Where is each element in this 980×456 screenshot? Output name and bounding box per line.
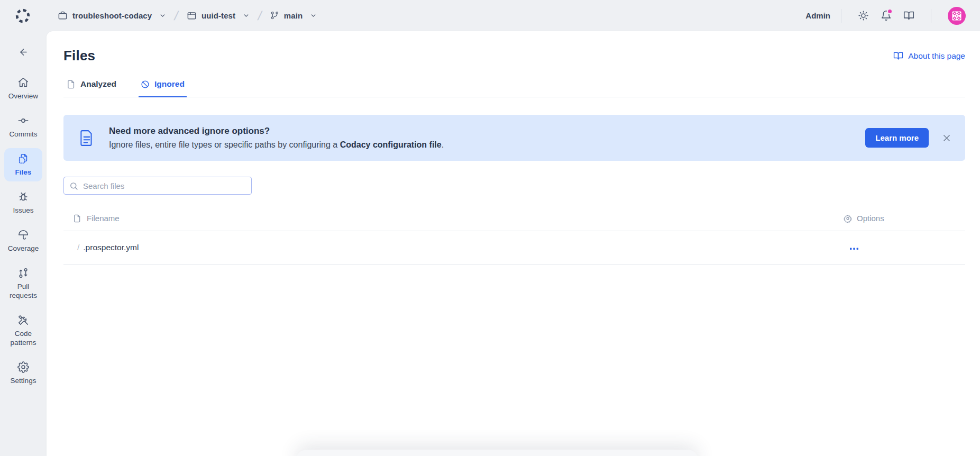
gear-icon — [844, 214, 852, 223]
breadcrumb-organization[interactable]: troubleshoot-codacy — [58, 11, 166, 21]
column-header-options: Options — [857, 214, 884, 223]
chevron-down-icon — [310, 12, 317, 19]
banner-title: Need more advanced ignore options? — [109, 126, 865, 136]
sidebar: Overview Commits Files Issues — [0, 31, 47, 456]
close-banner-button[interactable] — [941, 132, 952, 144]
table-header: Filename Options — [63, 214, 965, 231]
banner-body: Ignore files, entire file types or speci… — [109, 140, 865, 150]
divider — [841, 9, 841, 23]
tab-label: Analyzed — [80, 79, 116, 89]
learn-more-button[interactable]: Learn more — [865, 128, 929, 148]
home-icon — [17, 77, 29, 88]
sidebar-item-label: Coverage — [8, 244, 39, 253]
gear-icon — [17, 361, 29, 373]
sidebar-item-issues[interactable]: Issues — [4, 186, 42, 220]
sidebar-item-files[interactable]: Files — [4, 148, 42, 181]
tab-analyzed[interactable]: Analyzed — [65, 79, 118, 97]
document-icon — [80, 130, 94, 147]
umbrella-icon — [17, 229, 29, 241]
about-link-label: About this page — [908, 51, 965, 61]
banner-body-bold: Codacy configuration file — [340, 140, 442, 149]
sidebar-item-label: Code patterns — [5, 329, 41, 347]
breadcrumb-repository[interactable]: uuid-test — [187, 11, 250, 21]
ellipsis-icon — [850, 248, 858, 250]
sidebar-item-settings[interactable]: Settings — [4, 357, 42, 390]
topbar-actions: Admin — [805, 6, 966, 25]
ignore-options-banner: Need more advanced ignore options? Ignor… — [63, 115, 965, 161]
sidebar-item-label: Overview — [8, 92, 38, 101]
divider — [931, 9, 931, 23]
page-title: Files — [63, 48, 95, 64]
theme-toggle-button[interactable] — [858, 10, 869, 21]
tab-ignored[interactable]: Ignored — [139, 79, 187, 97]
table-row: / .prospector.yml — [63, 231, 965, 265]
repository-icon — [187, 11, 197, 21]
notifications-button[interactable] — [881, 10, 892, 21]
file-icon — [73, 214, 81, 223]
sidebar-item-label: Files — [15, 168, 32, 177]
notification-badge — [887, 8, 893, 14]
topbar: troubleshoot-codacy / uuid-test / — [0, 0, 980, 31]
row-options-button[interactable] — [849, 245, 859, 252]
sidebar-item-label: Settings — [11, 376, 36, 385]
breadcrumb-separator: / — [170, 8, 183, 23]
close-icon — [942, 133, 951, 143]
chevron-down-icon — [243, 12, 250, 19]
row-filename: / .prospector.yml — [77, 243, 844, 252]
docs-button[interactable] — [903, 10, 914, 21]
back-button[interactable] — [17, 46, 30, 58]
sidebar-item-coverage[interactable]: Coverage — [4, 224, 42, 258]
branch-name: main — [284, 11, 303, 20]
about-this-page-link[interactable]: About this page — [893, 51, 965, 61]
sidebar-item-label: Pull requests — [5, 282, 41, 300]
repository-name: uuid-test — [202, 11, 235, 20]
sidebar-item-commits[interactable]: Commits — [4, 110, 42, 143]
organization-name: troubleshoot-codacy — [72, 11, 152, 20]
tab-label: Ignored — [154, 79, 185, 89]
bottom-sheet-shadow — [296, 450, 698, 456]
book-icon — [903, 10, 914, 21]
sidebar-item-label: Commits — [9, 130, 37, 139]
avatar[interactable] — [947, 6, 966, 25]
arrow-left-icon — [19, 47, 29, 57]
files-icon — [17, 153, 29, 165]
sidebar-item-pull-requests[interactable]: Pull requests — [4, 262, 42, 305]
pull-request-icon — [17, 267, 29, 279]
bug-icon — [17, 191, 29, 203]
sidebar-item-code-patterns[interactable]: Code patterns — [4, 309, 42, 352]
sun-icon — [858, 10, 869, 21]
main-panel: Files About this page Analyzed — [47, 31, 980, 456]
codacy-logo-icon — [14, 7, 31, 24]
tools-icon — [17, 314, 29, 326]
search-box — [63, 177, 252, 195]
sidebar-item-label: Issues — [13, 206, 33, 215]
chevron-down-icon — [159, 12, 166, 19]
commit-icon — [17, 115, 29, 126]
file-icon — [67, 80, 76, 89]
path-prefix: / — [77, 243, 79, 252]
admin-menu[interactable]: Admin — [805, 11, 830, 20]
breadcrumb-separator: / — [253, 8, 267, 23]
ban-icon — [141, 80, 150, 89]
sidebar-item-overview[interactable]: Overview — [4, 72, 42, 105]
book-icon — [893, 51, 903, 61]
organization-icon — [58, 11, 68, 21]
ignored-files-table: Filename Options / .prospector.yml — [63, 214, 965, 265]
breadcrumb-branch[interactable]: main — [270, 11, 317, 20]
breadcrumb: troubleshoot-codacy / uuid-test / — [58, 8, 317, 23]
column-header-filename: Filename — [87, 214, 120, 223]
search-icon — [69, 181, 78, 190]
file-name: .prospector.yml — [83, 243, 139, 252]
search-files-input[interactable] — [83, 181, 246, 190]
branch-icon — [270, 11, 279, 20]
files-tabs: Analyzed Ignored — [63, 79, 965, 97]
